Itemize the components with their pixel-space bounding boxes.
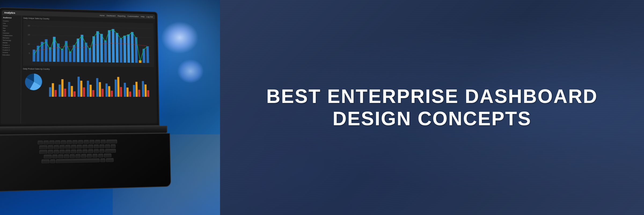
- svg-rect-25: [96, 31, 99, 62]
- main-heading: BEST ENTERPRISE DASHBOARD DESIGN CONCEPT…: [266, 85, 598, 130]
- nav-home[interactable]: Home: [100, 14, 105, 16]
- svg-rect-29: [112, 29, 115, 63]
- bar-chart-2-svg: [46, 71, 155, 98]
- nav-logout[interactable]: Log Out: [147, 16, 153, 17]
- svg-rect-44: [61, 79, 63, 97]
- svg-rect-16: [61, 49, 64, 62]
- svg-rect-26: [100, 34, 103, 62]
- svg-rect-30: [116, 33, 119, 62]
- nav-dashboard[interactable]: Dashboard: [107, 15, 115, 17]
- svg-rect-67: [133, 85, 135, 97]
- svg-rect-10: [37, 46, 39, 62]
- svg-rect-46: [68, 82, 70, 97]
- pie-chart: [23, 71, 45, 98]
- key: [65, 145, 70, 149]
- nav-reporting[interactable]: Reporting: [118, 15, 125, 17]
- svg-text:20: 20: [28, 24, 30, 27]
- svg-rect-28: [108, 30, 111, 62]
- svg-rect-54: [92, 90, 94, 97]
- heading-line-2: DESIGN CONCEPTS: [266, 108, 598, 130]
- key-alt-r: [100, 158, 105, 162]
- svg-rect-52: [87, 81, 89, 97]
- pie-chart-svg: [23, 71, 45, 92]
- key: [44, 141, 49, 145]
- svg-rect-20: [77, 38, 79, 62]
- key: [84, 140, 89, 144]
- key: [65, 150, 70, 154]
- sidebar: Audience Country City Status Sex Age Int…: [1, 15, 22, 124]
- svg-rect-57: [101, 89, 104, 97]
- svg-rect-31: [119, 38, 122, 63]
- svg-rect-9: [32, 49, 35, 62]
- svg-rect-66: [129, 91, 131, 97]
- key: [90, 140, 94, 144]
- key-backspace: [107, 140, 117, 144]
- svg-rect-34: [131, 32, 134, 63]
- svg-line-0: [31, 26, 151, 28]
- key: [71, 149, 76, 153]
- svg-rect-51: [83, 87, 85, 97]
- laptop-screen: Analytics Home Dashboard Reporting Custo…: [1, 10, 157, 124]
- svg-rect-56: [99, 82, 101, 97]
- key: [82, 149, 87, 153]
- svg-rect-50: [80, 81, 82, 97]
- nav-help[interactable]: Help: [141, 16, 145, 17]
- key: [54, 150, 59, 154]
- key: [67, 140, 72, 144]
- key: [100, 144, 104, 148]
- svg-rect-71: [144, 84, 147, 97]
- left-panel: Analytics Home Dashboard Reporting Custo…: [0, 0, 220, 215]
- key: [49, 141, 54, 145]
- nav-customization[interactable]: Customization: [127, 15, 139, 17]
- key: [78, 140, 83, 144]
- analytics-title: Analytics: [4, 11, 15, 14]
- main-content: Daily Unique Sales by Country: [21, 16, 157, 123]
- key: [48, 150, 53, 154]
- svg-rect-40: [49, 87, 51, 97]
- key: [70, 154, 75, 158]
- svg-rect-53: [90, 85, 92, 97]
- svg-rect-69: [138, 90, 140, 97]
- chart1-svg: 20 15 10 5: [23, 20, 154, 67]
- svg-text:15: 15: [28, 34, 30, 36]
- key: [95, 140, 100, 144]
- key: [99, 149, 104, 153]
- key: [75, 154, 80, 158]
- key: [111, 144, 116, 148]
- svg-rect-48: [74, 91, 76, 97]
- key-ctrl-l: [42, 159, 49, 163]
- key-enter: [105, 149, 116, 153]
- svg-rect-32: [123, 36, 126, 63]
- svg-rect-47: [71, 86, 73, 97]
- bar-chart-2: [46, 71, 155, 98]
- key: [93, 154, 97, 158]
- key: [101, 140, 106, 144]
- svg-rect-11: [41, 42, 43, 62]
- key: [48, 145, 53, 149]
- svg-rect-68: [136, 82, 138, 97]
- svg-rect-45: [64, 89, 66, 97]
- key: [71, 145, 76, 149]
- key-ctrl-r: [106, 158, 114, 162]
- keyboard-rows: [0, 139, 162, 165]
- svg-rect-61: [115, 80, 117, 97]
- svg-rect-37: [142, 49, 145, 63]
- sidebar-section-audience: Audience: [3, 17, 20, 19]
- svg-rect-65: [126, 88, 129, 97]
- key: [60, 145, 64, 149]
- key: [77, 149, 82, 153]
- svg-rect-64: [124, 83, 126, 97]
- key: [81, 154, 86, 158]
- svg-rect-49: [78, 77, 80, 97]
- key: [61, 140, 66, 144]
- svg-rect-72: [147, 90, 149, 97]
- bottom-charts: [23, 71, 155, 101]
- key: [87, 154, 92, 158]
- chart1-area: 20 15 10 5: [23, 20, 154, 67]
- svg-rect-60: [111, 91, 113, 97]
- sidebar-item-education[interactable]: Education: [2, 53, 20, 56]
- nav-bar: Home Dashboard Reporting Customization H…: [100, 14, 153, 17]
- key: [94, 149, 98, 153]
- key: [98, 154, 103, 158]
- key: [105, 144, 110, 148]
